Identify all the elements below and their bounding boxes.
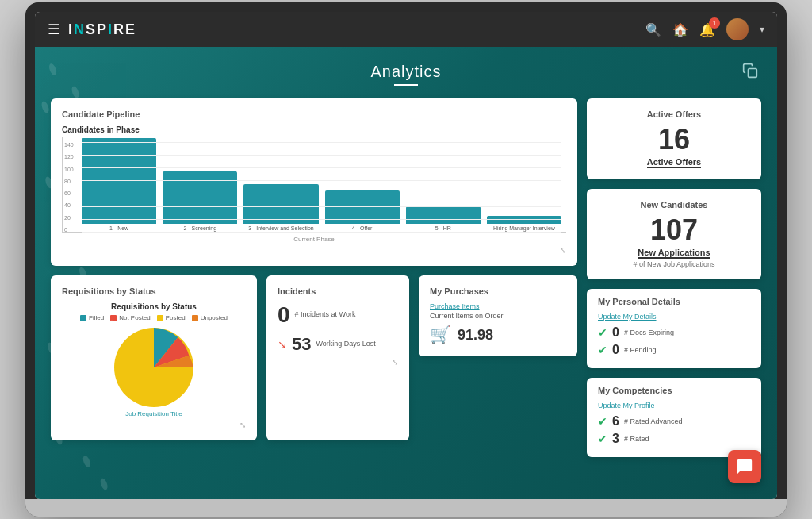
svg-point-1 <box>71 86 80 99</box>
personal-details-card: My Personal Details Update My Details ✔ … <box>587 289 761 368</box>
avatar-image <box>726 18 749 40</box>
advanced-label: # Rated Advanced <box>624 417 683 425</box>
avatar[interactable] <box>726 18 749 40</box>
check-icon-advanced: ✔ <box>598 415 607 428</box>
new-candidates-number: 107 <box>598 216 750 244</box>
page-title-underline <box>394 84 418 86</box>
hamburger-icon[interactable]: ☰ <box>48 21 60 38</box>
active-offers-card: Active Offers 16 Active Offers <box>587 98 761 179</box>
active-offers-label: Active Offers <box>647 157 701 168</box>
svg-point-19 <box>99 478 109 491</box>
advanced-row: ✔ 6 # Rated Advanced <box>598 414 750 429</box>
docs-label: # Docs Expiring <box>624 329 674 336</box>
competencies-card: My Competencies Update My Profile ✔ 6 # … <box>587 378 761 457</box>
app-logo: iNSPiRE <box>68 21 645 38</box>
page-title-area: Analytics <box>51 63 761 86</box>
advanced-count: 6 <box>612 414 619 429</box>
check-icon-rated: ✔ <box>598 432 607 445</box>
working-days-count: 53 <box>292 334 311 355</box>
laptop-base <box>25 499 787 517</box>
page-title: Analytics <box>51 63 761 81</box>
cart-amount: 91.98 <box>458 327 493 344</box>
cart-icon: 🛒 <box>430 325 451 345</box>
check-icon-pending: ✔ <box>598 344 607 356</box>
purchases-sub: Current Items on Order <box>430 312 566 320</box>
main-content: Analytics Candidate Pipeline Candidates … <box>35 47 777 499</box>
right-bottom-cards: My Purchases Purchase Items Current Item… <box>419 275 577 440</box>
trend-down-icon: ↘ <box>278 338 287 351</box>
bar-1-new: 1 - New <box>82 138 156 232</box>
docs-count: 0 <box>612 325 619 340</box>
new-candidates-title: New Candidates <box>598 200 750 210</box>
candidate-pipeline-card: Candidate Pipeline Candidates in Phase 1… <box>51 98 577 266</box>
legend-posted: Posted <box>157 314 186 321</box>
search-icon[interactable]: 🔍 <box>645 22 661 37</box>
rated-count: 3 <box>612 432 619 446</box>
bar-4-offer: 4 - Offer <box>325 190 400 232</box>
cart-row: 🛒 91.98 <box>430 325 566 345</box>
rated-label: # Rated <box>624 435 649 443</box>
rated-row: ✔ 3 # Rated <box>598 432 750 446</box>
purchases-card: My Purchases Purchase Items Current Item… <box>419 275 577 356</box>
bar-2-screening: 2 - Screening <box>163 171 237 232</box>
personal-details-title: My Personal Details <box>598 297 750 306</box>
pending-count: 0 <box>612 343 619 357</box>
nav-icons: 🔍 🏠 🔔 1 ▾ <box>645 18 764 40</box>
bottom-row: Requisitions by Status Requisitions by S… <box>51 275 577 440</box>
incidents-card: Incidents 0 # Incidents at Work ↘ 53 Wor… <box>266 275 409 440</box>
new-candidates-card: New Candidates 107 New Applications # of… <box>587 189 761 279</box>
legend-not-posted: Not Posted <box>110 314 151 321</box>
expand-icon[interactable]: ⤡ <box>560 246 566 255</box>
purchases-title: My Purchases <box>430 286 566 296</box>
legend-unposted: Unposted <box>192 314 228 321</box>
left-column: Candidate Pipeline Candidates in Phase 1… <box>51 98 577 457</box>
incidents-work-row: 0 # Incidents at Work <box>278 302 398 328</box>
req-chart-area: Requisitions by Status Filled Not Posted <box>62 302 246 417</box>
bar-5-hr: 5 - HR <box>406 206 481 232</box>
competencies-title: My Competencies <box>598 386 750 395</box>
bar-3-interview: 3 - Interview and Selection <box>243 184 318 232</box>
incidents-work-label: # Incidents at Work <box>295 310 356 320</box>
copy-icon[interactable] <box>742 63 758 83</box>
active-offers-number: 16 <box>598 125 750 154</box>
requisitions-title: Requisitions by Status <box>62 286 246 296</box>
purchases-link[interactable]: Purchase Items <box>430 302 566 310</box>
notification-badge: 1 <box>709 17 720 29</box>
new-candidates-sub: # of New Job Applications <box>598 260 750 268</box>
svg-rect-20 <box>749 69 757 78</box>
pie-chart <box>114 328 193 407</box>
active-offers-title: Active Offers <box>598 110 750 119</box>
check-icon-docs: ✔ <box>598 326 607 339</box>
new-candidates-label: New Applications <box>638 248 710 259</box>
top-nav: ☰ iNSPiRE 🔍 🏠 🔔 1 ▾ <box>35 12 777 47</box>
pending-row: ✔ 0 # Pending <box>598 343 750 357</box>
x-axis-title: Current Phase <box>62 236 566 243</box>
chevron-down-icon[interactable]: ▾ <box>760 24 764 35</box>
incidents-work-count: 0 <box>278 302 290 328</box>
right-column: Active Offers 16 Active Offers New Candi… <box>587 98 761 457</box>
requisitions-card: Requisitions by Status Requisitions by S… <box>51 275 257 440</box>
chat-button[interactable] <box>728 450 761 483</box>
req-expand-icon[interactable]: ⤡ <box>239 421 246 429</box>
competencies-link[interactable]: Update My Profile <box>598 402 750 409</box>
laptop-frame: ☰ iNSPiRE 🔍 🏠 🔔 1 ▾ <box>25 2 787 517</box>
incidents-expand-icon[interactable]: ⤡ <box>392 358 398 367</box>
legend-filled: Filled <box>80 314 104 321</box>
dashboard-grid: Candidate Pipeline Candidates in Phase 1… <box>51 98 761 457</box>
bar-hiring-manager: Hiring Manager Interview <box>487 216 561 232</box>
req-chart-title: Requisitions by Status <box>111 302 197 311</box>
y-axis-labels: 140 120 100 80 60 40 20 0 <box>64 142 74 233</box>
pipeline-card-title: Candidate Pipeline <box>62 110 566 119</box>
chart-title: Candidates in Phase <box>62 125 566 134</box>
svg-point-2 <box>40 101 50 114</box>
pending-label: # Pending <box>624 346 657 354</box>
working-days-label: Working Days Lost <box>316 340 375 349</box>
docs-row: ✔ 0 # Docs Expiring <box>598 325 750 340</box>
personal-details-link[interactable]: Update My Details <box>598 313 750 321</box>
pie-x-label: Job Requisition Title <box>125 410 182 417</box>
home-icon[interactable]: 🏠 <box>672 22 688 37</box>
working-days-row: ↘ 53 Working Days Lost <box>278 334 398 355</box>
laptop-screen: ☰ iNSPiRE 🔍 🏠 🔔 1 ▾ <box>35 12 777 499</box>
bar-chart: 140 120 100 80 60 40 20 0 <box>62 137 566 233</box>
notifications-icon[interactable]: 🔔 1 <box>699 22 715 37</box>
